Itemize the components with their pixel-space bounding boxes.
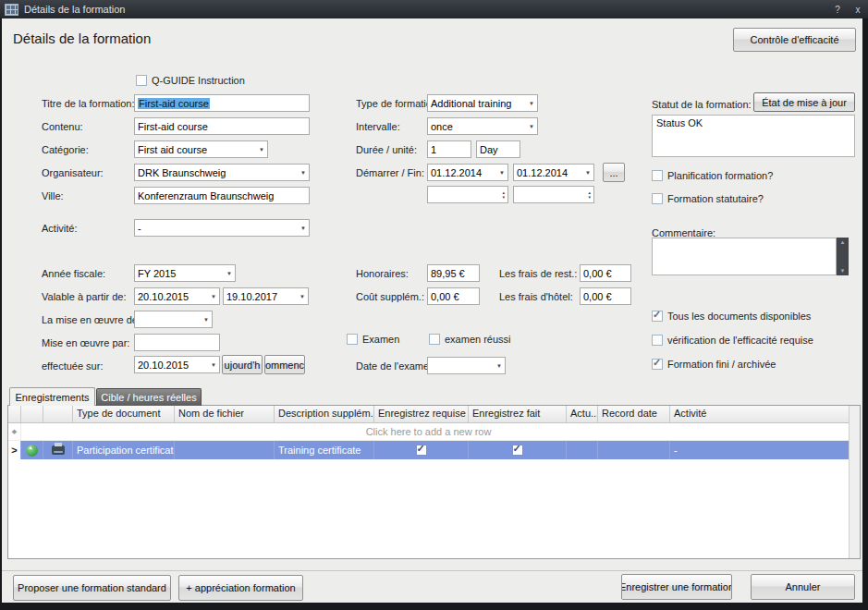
verification-label: vérification de l'efficacité requise xyxy=(667,335,813,346)
chevron-down-icon: ▼ xyxy=(496,363,502,369)
add-training-appreciation-button[interactable]: + appréciation formation xyxy=(178,575,303,601)
comment-textarea[interactable] xyxy=(652,238,837,275)
fiscal-year-label: Année fiscale: xyxy=(42,268,105,279)
exam-passed-label: examen réussi xyxy=(445,334,511,345)
grid-header-record-done[interactable]: Enregistrez fait xyxy=(469,406,567,422)
title-value-selected: First-aid course xyxy=(138,98,210,109)
valid-to-date[interactable]: 19.10.2017 ▼ xyxy=(223,287,309,305)
cell-description[interactable]: Training certificate xyxy=(275,441,374,459)
chevron-down-icon: ▼ xyxy=(211,294,216,299)
grid-header-actu[interactable]: Actu... xyxy=(567,406,598,422)
new-row-hint[interactable]: Click here to add a new row xyxy=(8,426,849,437)
activity-label: Activité: xyxy=(42,223,78,234)
interval-select[interactable]: once ▼ xyxy=(427,117,538,135)
grid-scrollbar[interactable] xyxy=(849,406,860,558)
grid-header-record-date[interactable]: Record date xyxy=(598,406,670,422)
fiscal-year-select[interactable]: FY 2015 ▼ xyxy=(134,264,236,282)
more-dates-button[interactable]: ... xyxy=(603,163,625,182)
grid-header-record-required[interactable]: Enregistrez requise xyxy=(374,406,469,422)
grid-header-type[interactable]: Type de document xyxy=(73,406,175,422)
efficiency-control-button[interactable]: Contrôle d'efficacité xyxy=(733,28,856,52)
cell-type[interactable]: Participation certificate xyxy=(73,441,175,459)
hotel-cost-input[interactable]: 0,00 € xyxy=(580,287,631,305)
verification-checkbox[interactable] xyxy=(652,335,663,346)
end-time-spinner[interactable]: ▴▾ xyxy=(513,186,594,203)
comment-scrollbar[interactable]: ▲ ▼ xyxy=(837,238,849,275)
duration-input[interactable]: 1 xyxy=(427,140,471,158)
city-input[interactable]: Konferenzraum Braunschweig xyxy=(134,187,310,204)
today-button[interactable]: ujourd'h xyxy=(222,355,263,374)
titlebar[interactable]: Détails de la formation ? x xyxy=(0,0,868,18)
cell-actu[interactable] xyxy=(567,441,598,459)
save-training-button[interactable]: Enregistrer une formation xyxy=(621,574,732,600)
all-docs-label: Tous les documents disponibles xyxy=(667,311,811,322)
start-time-spinner[interactable]: ▴▾ xyxy=(427,186,508,203)
spinner-arrows-icon[interactable]: ▴▾ xyxy=(588,190,591,200)
extra-cost-input[interactable]: 0,00 € xyxy=(427,287,480,305)
start-end-label: Démarrer / Fin: xyxy=(356,167,424,178)
extra-cost-label: Coût supplém.: xyxy=(356,291,424,302)
exam-passed-checkbox[interactable] xyxy=(429,334,440,345)
tab-target-hours[interactable]: Cible / heures réelles xyxy=(96,388,202,406)
statutory-checkbox[interactable] xyxy=(652,193,663,204)
title-label: Titre de la formation: xyxy=(42,98,134,109)
chevron-down-icon: ▼ xyxy=(499,170,505,176)
cell-record-date[interactable] xyxy=(598,441,670,459)
cancel-button[interactable]: Annuler xyxy=(751,574,855,600)
performed-on-date[interactable]: 20.10.2015 ▼ xyxy=(134,356,220,373)
qguide-checkbox[interactable] xyxy=(136,75,147,86)
status-update-button[interactable]: État de mise à jour xyxy=(753,92,855,112)
fees-input[interactable]: 89,95 € xyxy=(427,264,480,282)
help-button[interactable]: ? xyxy=(827,5,848,15)
propose-standard-training-button[interactable]: Proposer une formation standard xyxy=(13,575,171,601)
activity-select[interactable]: - ▼ xyxy=(134,219,310,237)
training-type-select[interactable]: Additional training ▼ xyxy=(427,94,538,112)
grid-new-row[interactable]: ◆ Click here to add a new row xyxy=(8,423,849,441)
documents-grid: Type de document Nom de fichier Descript… xyxy=(7,405,861,559)
statutory-label: Formation statutaire? xyxy=(667,193,764,204)
spinner-arrows-icon[interactable]: ▴▾ xyxy=(502,190,505,200)
meal-cost-label: Les frais de rest.: xyxy=(499,268,577,279)
category-select[interactable]: First aid course ▼ xyxy=(134,140,268,158)
print-icon[interactable] xyxy=(52,445,65,455)
cell-activity[interactable]: - xyxy=(670,441,849,459)
title-input[interactable]: First-aid course xyxy=(134,94,310,112)
all-docs-checkbox[interactable] xyxy=(652,311,663,322)
chevron-down-icon: ▼ xyxy=(211,362,216,368)
cell-filename[interactable] xyxy=(175,441,275,459)
grid-row-selected[interactable]: > Participation certificate Training cer… xyxy=(8,441,849,459)
hotel-cost-label: Les frais d'hôtel: xyxy=(499,291,573,302)
exam-date-select[interactable]: ▼ xyxy=(427,357,506,374)
end-date[interactable]: 01.12.2014 ▼ xyxy=(513,164,594,181)
grid-header-icon1[interactable] xyxy=(21,406,43,422)
scroll-up-icon[interactable]: ▲ xyxy=(840,239,846,245)
archived-checkbox[interactable] xyxy=(652,359,663,370)
cell-record-done-checkbox[interactable] xyxy=(512,445,523,456)
start-button[interactable]: ommenc xyxy=(264,355,305,374)
open-attachment-icon[interactable] xyxy=(26,445,38,457)
duration-unit-input[interactable]: Day xyxy=(476,140,520,158)
cell-record-required-checkbox[interactable] xyxy=(416,445,427,456)
exam-date-label: Date de l'examen: xyxy=(356,360,437,372)
implemented-by-label: Mise en œuvre par: xyxy=(42,337,129,348)
exam-checkbox[interactable] xyxy=(347,334,358,345)
planning-checkbox[interactable] xyxy=(652,170,663,181)
grid-header-description[interactable]: Description supplém... xyxy=(275,406,374,422)
valid-from-date[interactable]: 20.10.2015 ▼ xyxy=(134,287,220,305)
scroll-down-icon[interactable]: ▼ xyxy=(840,268,846,274)
footer-divider xyxy=(2,570,862,571)
status-box: Status OK xyxy=(652,115,855,157)
close-icon[interactable]: x xyxy=(848,5,868,15)
window-border-bottom xyxy=(0,603,868,610)
implementation-of-select[interactable]: ▼ xyxy=(134,311,213,328)
grid-header-icon2[interactable] xyxy=(43,406,73,422)
tab-records[interactable]: Enregistrements xyxy=(9,387,95,406)
organizer-select[interactable]: DRK Braunschweig ▼ xyxy=(134,164,310,181)
implemented-by-input[interactable] xyxy=(134,334,220,351)
chevron-down-icon: ▼ xyxy=(226,271,232,276)
grid-header-filename[interactable]: Nom de fichier xyxy=(175,406,275,422)
content-input[interactable]: First-aid course xyxy=(134,117,310,135)
grid-header-activity[interactable]: Activité xyxy=(670,406,849,422)
meal-cost-input[interactable]: 0,00 € xyxy=(580,264,631,282)
start-date[interactable]: 01.12.2014 ▼ xyxy=(427,164,508,181)
